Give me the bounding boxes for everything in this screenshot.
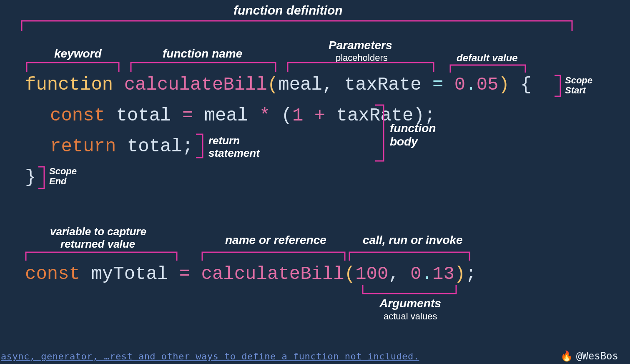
label-function-body-2: body	[390, 135, 418, 148]
bracket-var-capture	[26, 252, 177, 261]
label-var-capture-1: variable to capture	[50, 225, 146, 238]
label-arguments: Arguments	[379, 297, 441, 310]
kw-return: return	[50, 136, 116, 157]
bracket-function-name	[131, 63, 276, 73]
label-name-or-reference: name or reference	[225, 233, 326, 247]
code-line-5: const myTotal = calculateBill(100, 0.13)…	[25, 264, 477, 284]
label-arguments-sub: actual values	[384, 311, 437, 322]
bracket-parameters	[288, 63, 434, 73]
var-myTotal: myTotal	[91, 264, 168, 284]
var-total: total	[116, 105, 171, 126]
arg-1: 100	[355, 264, 388, 284]
kw-const-2: const	[25, 264, 80, 284]
bracket-function-definition	[22, 21, 572, 33]
label-keyword: keyword	[54, 47, 102, 60]
label-parameters: Parameters	[329, 39, 392, 52]
label-scope-end-1: Scope	[49, 166, 77, 177]
label-return-1: return	[208, 134, 240, 147]
kw-const: const	[50, 105, 105, 126]
label-scope-start-1: Scope	[565, 75, 592, 86]
author-handle: @WesBos	[576, 350, 618, 362]
diagram-stage: function definition keyword function nam…	[0, 0, 630, 364]
fire-icon: 🔥	[560, 350, 573, 362]
code-line-1: function calculateBill(meal, taxRate = 0…	[25, 74, 532, 95]
code-line-2: const total = meal * (1 + taxRate);	[50, 105, 435, 126]
literal-one: 1	[292, 105, 303, 126]
label-var-capture-2: returned value	[60, 238, 135, 251]
ref-meal: meal	[204, 105, 248, 126]
bracket-default-value	[450, 65, 525, 73]
kw-function: function	[25, 74, 113, 95]
label-function-definition: function definition	[233, 3, 343, 18]
bracket-scope-start	[555, 75, 561, 96]
label-function-body-1: function	[390, 122, 436, 135]
footer: async, generator, …rest and other ways t…	[0, 348, 630, 364]
bracket-keyword	[27, 63, 119, 73]
fn-name: calculateBill	[124, 74, 267, 95]
bracket-return-statement	[196, 134, 203, 158]
ref-total: total	[127, 136, 182, 157]
param-meal: meal	[278, 74, 322, 95]
code-line-4: }	[25, 167, 36, 188]
label-call-run-invoke: call, run or invoke	[363, 233, 463, 247]
label-function-name: function name	[163, 47, 242, 60]
label-return-2: statement	[208, 147, 260, 160]
fn-name-ref: calculateBill	[201, 264, 344, 284]
label-scope-end-2: End	[49, 176, 67, 187]
bracket-scope-end	[38, 167, 45, 188]
bracket-name-or-reference	[202, 252, 345, 261]
label-parameters-sub: placeholders	[336, 53, 388, 63]
footnote-text: async, generator, …rest and other ways t…	[0, 351, 419, 361]
bracket-arguments	[363, 285, 456, 294]
label-default-value: default value	[457, 52, 518, 64]
credit: 🔥 @WesBos	[560, 350, 618, 362]
code-line-3: return total;	[50, 136, 193, 157]
label-scope-start-2: Start	[565, 85, 586, 96]
bracket-call-run-invoke	[349, 252, 469, 261]
param-taxRate: taxRate	[344, 74, 422, 95]
